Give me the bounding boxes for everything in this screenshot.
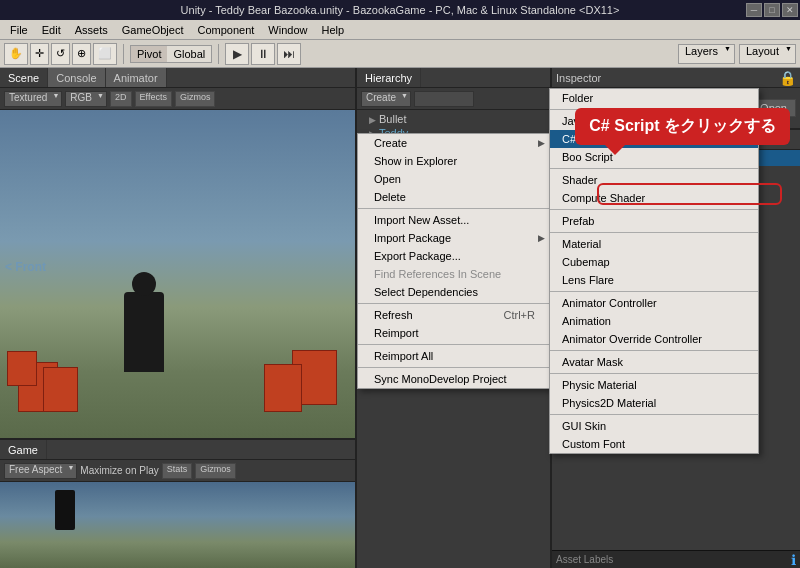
- separator-1: [123, 44, 124, 64]
- container-2: [43, 367, 78, 412]
- maximize-button[interactable]: □: [764, 3, 780, 17]
- ctx-reimport-all[interactable]: Reimport All: [358, 347, 551, 365]
- sub-material[interactable]: Material: [550, 235, 758, 253]
- pivot-global-toggle[interactable]: Pivot Global: [130, 45, 212, 63]
- color-mode-dropdown[interactable]: RGB: [65, 91, 107, 107]
- menu-gameobject[interactable]: GameObject: [116, 22, 190, 38]
- tab-animator[interactable]: Animator: [106, 68, 167, 87]
- ctx-open[interactable]: Open: [358, 170, 551, 188]
- ctx-export-package[interactable]: Export Package...: [358, 247, 551, 265]
- sub-shader[interactable]: Shader: [550, 171, 758, 189]
- tab-game[interactable]: Game: [0, 440, 47, 459]
- effects-btn[interactable]: Effects: [135, 91, 172, 107]
- hierarchy-panel: Hierarchy Create ▶Bullet ▶Teddy ▶Environ…: [355, 68, 550, 568]
- menu-edit[interactable]: Edit: [36, 22, 67, 38]
- ctx-refresh-shortcut: Ctrl+R: [504, 309, 535, 321]
- ctx-import-asset[interactable]: Import New Asset...: [358, 211, 551, 229]
- window-controls[interactable]: ─ □ ✕: [746, 3, 798, 17]
- pivot-btn[interactable]: Pivot: [131, 46, 167, 62]
- ctx-sep-2: [358, 303, 551, 304]
- toolbar: ✋ ✛ ↺ ⊕ ⬜ Pivot Global ▶ ⏸ ⏭ Layers Layo…: [0, 40, 800, 68]
- menu-bar: File Edit Assets GameObject Component Wi…: [0, 20, 800, 40]
- ctx-reimport[interactable]: Reimport: [358, 324, 551, 342]
- ctx-create[interactable]: Create ▶: [358, 134, 551, 152]
- sub-gui-skin[interactable]: GUI Skin: [550, 417, 758, 435]
- asset-info-icon[interactable]: ℹ: [791, 552, 796, 568]
- view-mode-dropdown[interactable]: Textured: [4, 91, 62, 107]
- sub-animation[interactable]: Animation: [550, 312, 758, 330]
- move-tool[interactable]: ✛: [30, 43, 49, 65]
- game-gizmos-btn[interactable]: Gizmos: [195, 463, 236, 479]
- ctx-sync-mono[interactable]: Sync MonoDevelop Project: [358, 370, 551, 388]
- sub-boo[interactable]: Boo Script: [550, 148, 758, 166]
- 2d-btn[interactable]: 2D: [110, 91, 132, 107]
- stats-btn[interactable]: Stats: [162, 463, 193, 479]
- global-btn[interactable]: Global: [167, 46, 211, 62]
- hand-tool[interactable]: ✋: [4, 43, 28, 65]
- sub-animator-controller[interactable]: Animator Controller: [550, 294, 758, 312]
- sub-lens-flare[interactable]: Lens Flare: [550, 271, 758, 289]
- play-button[interactable]: ▶: [225, 43, 249, 65]
- ctx-refresh[interactable]: Refresh Ctrl+R: [358, 306, 551, 324]
- ctx-import-package-arrow: ▶: [538, 233, 545, 243]
- create-dropdown[interactable]: Create: [361, 91, 411, 107]
- menu-assets[interactable]: Assets: [69, 22, 114, 38]
- sub-sep-7: [550, 373, 758, 374]
- close-button[interactable]: ✕: [782, 3, 798, 17]
- sub-sep-2: [550, 168, 758, 169]
- aspect-dropdown[interactable]: Free Aspect: [4, 463, 77, 479]
- layers-dropdown[interactable]: Layers: [678, 44, 735, 64]
- play-controls: ▶ ⏸ ⏭: [225, 43, 301, 65]
- game-view[interactable]: [0, 482, 355, 568]
- callout-bubble: C# Script をクリックする: [575, 108, 790, 145]
- minimize-button[interactable]: ─: [746, 3, 762, 17]
- game-panel-header: Game: [0, 440, 355, 460]
- sub-folder[interactable]: Folder: [550, 89, 758, 107]
- sub-physic-material[interactable]: Physic Material: [550, 376, 758, 394]
- sub-avatar-mask[interactable]: Avatar Mask: [550, 353, 758, 371]
- tab-hierarchy[interactable]: Hierarchy: [357, 68, 421, 87]
- sub-animator-override[interactable]: Animator Override Controller: [550, 330, 758, 348]
- scene-toolbar: Textured RGB 2D Effects Gizmos: [0, 88, 355, 110]
- ctx-show-explorer[interactable]: Show in Explorer: [358, 152, 551, 170]
- tab-console[interactable]: Console: [48, 68, 105, 87]
- ctx-select-deps[interactable]: Select Dependencies: [358, 283, 551, 301]
- layers-layout: Layers Layout: [678, 44, 796, 64]
- hier-bullet[interactable]: ▶Bullet: [357, 112, 550, 126]
- hierarchy-panel-header: Hierarchy: [357, 68, 550, 88]
- sub-cubemap[interactable]: Cubemap: [550, 253, 758, 271]
- step-button[interactable]: ⏭: [277, 43, 301, 65]
- front-label: < Front: [5, 260, 46, 274]
- scene-panel-header: Scene Console Animator: [0, 68, 355, 88]
- layout-dropdown[interactable]: Layout: [739, 44, 796, 64]
- pause-button[interactable]: ⏸: [251, 43, 275, 65]
- sub-compute-shader[interactable]: Compute Shader: [550, 189, 758, 207]
- game-panel: Game Free Aspect Maximize on Play Stats …: [0, 438, 355, 568]
- menu-help[interactable]: Help: [315, 22, 350, 38]
- rotate-tool[interactable]: ↺: [51, 43, 70, 65]
- scene-view[interactable]: < Front: [0, 110, 355, 438]
- inspector-lock-icon[interactable]: 🔒: [779, 70, 796, 86]
- hierarchy-search[interactable]: [414, 91, 474, 107]
- sub-sep-3: [550, 209, 758, 210]
- sub-custom-font[interactable]: Custom Font: [550, 435, 758, 453]
- menu-window[interactable]: Window: [262, 22, 313, 38]
- game-character: [55, 490, 75, 530]
- sub-sep-5: [550, 291, 758, 292]
- hier-arrow-bullet: ▶: [369, 115, 376, 125]
- ctx-find-references: Find References In Scene: [358, 265, 551, 283]
- ctx-import-package[interactable]: Import Package ▶: [358, 229, 551, 247]
- sub-prefab[interactable]: Prefab: [550, 212, 758, 230]
- sub-physics2d-material[interactable]: Physics2D Material: [550, 394, 758, 412]
- menu-file[interactable]: File: [4, 22, 34, 38]
- game-background: [0, 482, 355, 568]
- callout-text: C# Script をクリックする: [589, 117, 776, 134]
- ctx-delete[interactable]: Delete: [358, 188, 551, 206]
- scale-tool[interactable]: ⊕: [72, 43, 91, 65]
- gizmos-btn[interactable]: Gizmos: [175, 91, 216, 107]
- tab-scene[interactable]: Scene: [0, 68, 48, 87]
- scene-background: < Front: [0, 110, 355, 438]
- sub-sep-8: [550, 414, 758, 415]
- menu-component[interactable]: Component: [191, 22, 260, 38]
- rect-tool[interactable]: ⬜: [93, 43, 117, 65]
